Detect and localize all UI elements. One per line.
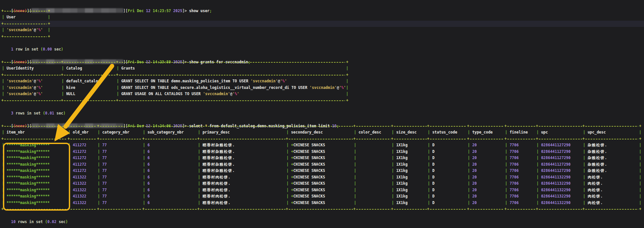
cell-sub-category-nbr: 6 [143,187,198,194]
cell-item-nbr-masked: ******masking****** [2,155,68,161]
cell-category-nbr: 77 [98,168,143,174]
cell-upc: 0286441127290 [537,155,583,161]
cell-sub-category-nbr: 6 [143,180,198,187]
result-summary-2: 3 rows in set (0.01 sec) [0,104,644,110]
cell-size-desc: 1X1kg [392,180,428,187]
cell-category-nbr: 77 [98,155,143,161]
cell-old-nbr: 411272 [68,168,98,174]
cell-primary-desc: 稻香村杂粮松饼. [198,149,286,155]
prompt-line-3: [(none)][][Fri Dec 12 14:24:06 2025]> se… [0,116,644,123]
col-sub-category-nbr: sub_category_nbr [143,129,198,136]
catalog-value: NULL [62,91,117,97]
cell-type-code: 20 [468,174,505,181]
user-identity: 'svccnadmin'@'%' [2,91,62,97]
col-color-desc: color_desc [354,129,392,136]
table-row: ******masking******411322776稻香村肉松饼.+CHIN… [0,180,644,187]
table-header-row: User [0,14,644,21]
user-identity: 'svccnadmin'@'%' [2,27,48,33]
cell-fineline: 7706 [505,142,537,149]
grant-row: 'svccnadmin'@'%'default_catalogGRANT SEL… [0,78,644,85]
cell-old-nbr: 411272 [68,155,98,161]
cell-status-code: D [428,149,468,155]
cell-primary-desc: 稻香村杂粮松饼. [198,155,286,161]
cell-upc-desc: 肉松饼. [583,187,639,194]
table-row: ******masking******411272776稻香村杂粮松饼.+CHI… [0,149,644,155]
cell-status-code: D [428,180,468,187]
col-upc-desc: upc_desc [583,129,639,136]
cell-sub-category-nbr: 6 [143,149,198,155]
cell-item-nbr-masked: ******masking****** [2,187,68,194]
col-catalog: Catalog [62,65,117,72]
cell-size-desc: 1X1kg [392,187,428,194]
cell-primary-desc: 稻香村杂粮松饼. [198,161,286,168]
cell-category-nbr: 77 [98,180,143,187]
cell-upc-desc: 杂粮松饼. [583,142,639,149]
cell-sub-category-nbr: 6 [143,161,198,168]
table-border [0,97,644,104]
cell-upc: 0286441132290 [537,174,583,181]
cell-secondary-desc: +CHINESE SNACKS [286,193,354,200]
cell-fineline: 7706 [505,161,537,168]
catalog-value: default_catalog [62,78,117,85]
cell-upc-desc: 杂粮松饼. [583,155,639,161]
cell-color-desc [354,161,392,168]
col-category-nbr: category_nbr [98,129,143,136]
cell-primary-desc: 稻香村肉松饼. [198,174,286,181]
catalog-value: hive [62,85,117,91]
grant-text: GRANT SELECT ON TABLE demo.masking_polic… [117,78,346,85]
cell-item-nbr-masked: ******masking****** [2,149,68,155]
cell-size-desc: 1X1kg [392,174,428,181]
cell-size-desc: 1X1kg [392,149,428,155]
table-row: ******masking******411272776稻香村杂粮松饼.+CHI… [0,155,644,161]
cell-upc: 0286441132290 [537,200,583,206]
cell-secondary-desc: +CHINESE SNACKS [286,161,354,168]
cell-status-code: D [428,174,468,181]
cell-primary-desc: 稻香村肉松饼. [198,180,286,187]
col-size-desc: size_desc [392,129,428,136]
cell-status-code: D [428,168,468,174]
cell-sub-category-nbr: 6 [143,155,198,161]
table-row: ******masking******411322776稻香村肉松饼.+CHIN… [0,174,644,181]
result-summary-1: 1 row in set (0.00 sec) [0,40,644,46]
col-secondary-desc: secondary_desc [286,129,354,136]
cell-fineline: 7706 [505,193,537,200]
prompt-line-2: [(none)][][Fri Dec 12 14:23:59 2025]> sh… [0,52,644,59]
cell-secondary-desc: +CHINESE SNACKS [286,187,354,194]
cell-primary-desc: 稻香村杂粮松饼. [198,168,286,174]
cell-item-nbr-masked: ******masking****** [2,168,68,174]
table-border [0,59,644,66]
cell-item-nbr-masked: ******masking****** [2,161,68,168]
cell-old-nbr: 411272 [68,161,98,168]
col-primary-desc: primary_desc [198,129,286,136]
cell-type-code: 20 [468,161,505,168]
table-row: ******masking******411322776稻香村肉松饼.+CHIN… [0,193,644,200]
cell-secondary-desc: +CHINESE SNACKS [286,149,354,155]
cell-type-code: 20 [468,149,505,155]
cell-secondary-desc: +CHINESE SNACKS [286,142,354,149]
cell-status-code: D [428,200,468,206]
cell-fineline: 7706 [505,200,537,206]
col-upc: upc [537,129,583,136]
cell-primary-desc: 稻香村杂粮松饼. [198,142,286,149]
cell-primary-desc: 稻香村肉松饼. [198,193,286,200]
table-border-highlighted [0,21,644,27]
cell-primary-desc: 稻香村肉松饼. [198,200,286,206]
cell-color-desc [354,180,392,187]
col-user: User [2,14,48,21]
cell-type-code: 20 [468,168,505,174]
table-border [0,206,644,213]
cell-type-code: 20 [468,193,505,200]
cell-category-nbr: 77 [98,200,143,206]
cell-fineline: 7706 [505,187,537,194]
cell-old-nbr: 411322 [68,193,98,200]
cell-status-code: D [428,142,468,149]
cell-primary-desc: 稻香村肉松饼. [198,187,286,194]
cell-fineline: 7706 [505,149,537,155]
cell-type-code: 20 [468,187,505,194]
cell-size-desc: 1X1kg [392,155,428,161]
cell-old-nbr: 411322 [68,187,98,194]
cell-category-nbr: 77 [98,161,143,168]
cell-secondary-desc: +CHINESE SNACKS [286,155,354,161]
table-body: ******masking******411272776稻香村杂粮松饼.+CHI… [0,142,644,206]
col-type-code: type_code [468,129,505,136]
